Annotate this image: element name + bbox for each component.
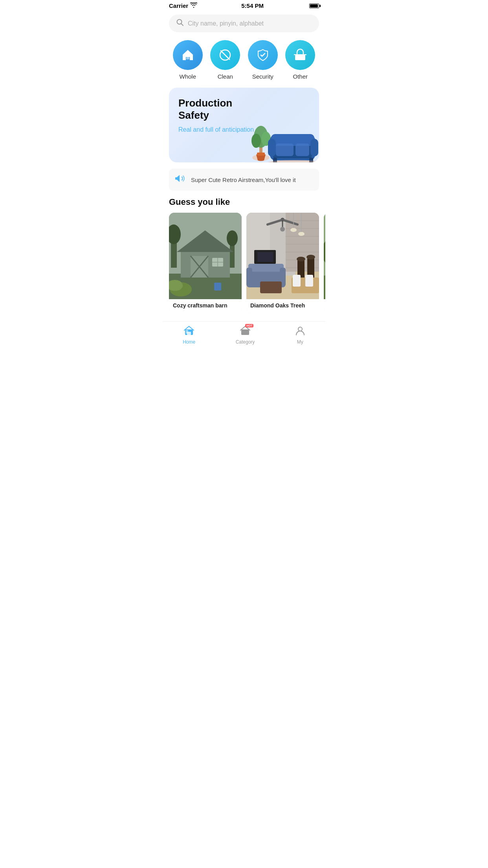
svg-point-84	[298, 327, 302, 331]
listing-card-3[interactable]: Su...	[324, 213, 325, 313]
tab-home-icon	[184, 326, 194, 338]
status-right	[308, 4, 319, 8]
svg-line-4	[221, 51, 229, 59]
svg-point-26	[227, 230, 238, 246]
status-bar: Carrier 5:54 PM	[163, 0, 325, 11]
svg-rect-5	[295, 55, 305, 60]
svg-point-68	[297, 257, 305, 261]
category-security-label: Security	[252, 73, 273, 80]
svg-rect-66	[260, 281, 282, 293]
listing-card-1[interactable]: Cozy craftsman barn	[169, 213, 242, 313]
card-title-2: Diamond Oaks Treeh	[246, 299, 319, 313]
svg-rect-79	[187, 332, 191, 335]
tab-my-label: My	[297, 339, 303, 345]
svg-rect-17	[276, 143, 294, 156]
svg-rect-60	[257, 252, 273, 262]
svg-point-58	[298, 232, 305, 236]
category-whole-icon	[173, 40, 203, 70]
svg-rect-72	[293, 275, 301, 287]
banner[interactable]: Production Safety Real and full of antic…	[169, 88, 319, 162]
category-other[interactable]: Other	[285, 40, 315, 80]
battery-icon	[309, 4, 319, 8]
svg-rect-83	[241, 329, 249, 335]
svg-point-9	[251, 134, 261, 148]
carrier-label: Carrier	[169, 2, 188, 9]
category-security-icon	[248, 40, 278, 70]
search-container: City name, pinyin, alphabet	[163, 11, 325, 36]
section-title: Guess you like	[163, 197, 325, 213]
tab-bar: Home HOT Category My	[163, 321, 325, 353]
card-title-3: Su...	[324, 299, 325, 313]
status-time: 5:54 PM	[241, 2, 264, 9]
tab-home[interactable]: Home	[183, 326, 195, 345]
svg-rect-73	[305, 275, 313, 287]
search-icon	[176, 18, 184, 28]
category-other-label: Other	[293, 73, 308, 80]
announcement-text: Super Cute Retro Airstream,You'll love i…	[191, 177, 296, 183]
svg-rect-11	[257, 153, 265, 156]
svg-point-70	[306, 255, 315, 259]
svg-rect-36	[214, 283, 221, 291]
tab-home-label: Home	[183, 339, 195, 345]
svg-rect-75	[324, 276, 325, 299]
svg-rect-63	[248, 264, 284, 272]
category-clean[interactable]: Clean	[210, 40, 240, 80]
tab-my-icon	[295, 326, 305, 338]
svg-rect-18	[295, 143, 309, 156]
banner-title: Production Safety	[178, 97, 251, 121]
search-bar[interactable]: City name, pinyin, alphabet	[169, 15, 319, 32]
svg-line-1	[182, 24, 183, 26]
category-whole-label: Whole	[179, 73, 196, 80]
speaker-icon	[175, 174, 186, 185]
card-image-3	[324, 213, 325, 299]
svg-rect-2	[186, 57, 189, 59]
card-image-1	[169, 213, 242, 299]
category-clean-icon	[210, 40, 240, 70]
categories-row: Whole Clean Security Other	[163, 36, 325, 88]
category-clean-label: Clean	[218, 73, 233, 80]
cards-scroll: Cozy craftsman barn	[163, 213, 325, 313]
svg-point-56	[290, 228, 297, 232]
category-whole[interactable]: Whole	[173, 40, 203, 80]
listing-card-2[interactable]: Diamond Oaks Treeh	[246, 213, 319, 313]
tab-category-label: Category	[236, 339, 255, 345]
wifi-icon	[190, 2, 197, 9]
announcement-bar: Super Cute Retro Airstream,You'll love i…	[169, 169, 319, 191]
category-security[interactable]: Security	[248, 40, 278, 80]
card-image-2	[246, 213, 319, 299]
tab-my[interactable]: My	[295, 326, 305, 345]
card-title-1: Cozy craftsman barn	[169, 299, 242, 313]
svg-rect-64	[246, 268, 252, 285]
status-left: Carrier	[169, 2, 197, 9]
tab-category-icon: HOT	[240, 326, 250, 338]
svg-rect-16	[310, 139, 318, 156]
svg-rect-15	[268, 139, 276, 156]
search-placeholder: City name, pinyin, alphabet	[188, 20, 264, 27]
svg-point-0	[177, 20, 182, 24]
hot-badge: HOT	[245, 324, 253, 327]
banner-illustration	[240, 99, 319, 162]
category-other-icon	[285, 40, 315, 70]
svg-point-54	[280, 227, 285, 232]
tab-category[interactable]: HOT Category	[236, 326, 255, 345]
